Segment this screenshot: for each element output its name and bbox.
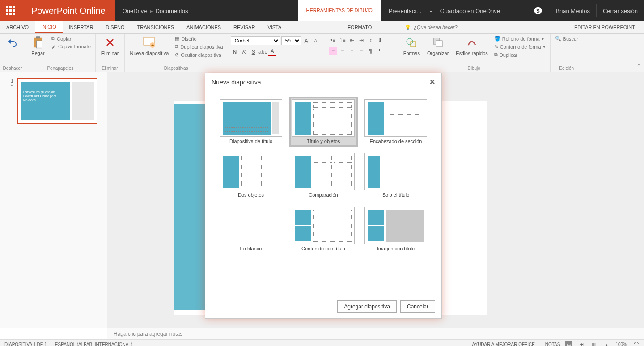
- font-size-select[interactable]: 59: [281, 36, 301, 45]
- align-text-button[interactable]: ⬍: [376, 36, 384, 44]
- layout-option-blank[interactable]: En blanco: [216, 204, 285, 254]
- layout-option-title-only[interactable]: Solo el título: [361, 150, 430, 200]
- group-label-paragraph: [329, 65, 395, 71]
- shape-outline-button[interactable]: ✎Contorno de forma ▾: [492, 43, 547, 50]
- text-direction-button[interactable]: ↕: [367, 36, 375, 44]
- numbering-button[interactable]: 1≡: [339, 36, 347, 44]
- layout-label: Solo el título: [382, 192, 410, 198]
- zoom-level[interactable]: 100%: [615, 342, 627, 346]
- layout-button[interactable]: ▦Diseño: [173, 35, 225, 42]
- shrink-font-button[interactable]: A: [312, 37, 320, 45]
- quick-styles-button[interactable]: Estilos rápidos: [453, 34, 491, 57]
- align-right-button[interactable]: ≡: [348, 47, 356, 55]
- ribbon: Deshacer Pegar ⧉Copiar 🖌Copiar formato P…: [0, 34, 644, 72]
- align-center-button[interactable]: ≡: [339, 47, 347, 55]
- increase-indent-button[interactable]: ⇥: [357, 36, 365, 44]
- notes-placeholder[interactable]: Haga clic para agregar notas: [114, 331, 182, 337]
- ribbon-tabs: ARCHIVO INICIO INSERTAR DISEÑO TRANSICIO…: [0, 21, 644, 34]
- rtl-button[interactable]: ¶: [367, 47, 375, 55]
- slide-thumbnail[interactable]: Esto es una prueba de PowerPoint Online …: [17, 78, 97, 124]
- strikethrough-button[interactable]: abc: [259, 48, 267, 56]
- tab-animations[interactable]: ANIMACIONES: [180, 21, 227, 33]
- edit-in-powerpoint-button[interactable]: EDITAR EN POWERPOINT: [565, 21, 644, 33]
- breadcrumb-item[interactable]: Documentos: [156, 8, 188, 14]
- svg-rect-5: [13, 9, 15, 12]
- sorter-view-button[interactable]: ⊞: [578, 341, 585, 346]
- dialog-body[interactable]: Diapositiva de título Título y objetos E…: [211, 91, 436, 295]
- language-status[interactable]: ESPAÑOL (ALFAB. INTERNACIONAL): [55, 342, 132, 346]
- layout-option-content-caption[interactable]: Contenido con título: [289, 204, 358, 254]
- layout-label: Imagen con título: [377, 246, 415, 251]
- notes-pane[interactable]: Haga clic para agregar notas: [107, 328, 644, 339]
- paste-button[interactable]: Pegar: [28, 34, 48, 57]
- shape-fill-button[interactable]: 🪣Relleno de forma ▾: [492, 35, 547, 42]
- font-family-select[interactable]: Corbel: [231, 36, 280, 45]
- app-launcher-icon[interactable]: [0, 0, 21, 21]
- undo-button[interactable]: [3, 34, 22, 51]
- tab-transitions[interactable]: TRANSICIONES: [131, 21, 181, 33]
- font-color-button[interactable]: A: [268, 48, 276, 56]
- layout-option-section-header[interactable]: Encabezado de sección: [361, 97, 430, 147]
- shapes-button[interactable]: Formas: [401, 34, 423, 57]
- grow-font-button[interactable]: A: [302, 37, 310, 45]
- collapse-ribbon-button[interactable]: ⌃: [636, 63, 641, 70]
- arrange-button[interactable]: Organizar: [424, 34, 451, 57]
- tab-format[interactable]: FORMATO: [341, 21, 378, 33]
- shape-fill-label: Relleno de forma: [502, 36, 540, 42]
- ltr-button[interactable]: ¶: [376, 47, 384, 55]
- layout-option-picture-caption[interactable]: Imagen con título: [361, 204, 430, 254]
- fit-to-window-button[interactable]: ⛶: [632, 341, 640, 346]
- align-left-button[interactable]: ≡: [329, 47, 337, 55]
- bold-button[interactable]: N: [231, 48, 239, 56]
- svg-text:S: S: [536, 8, 540, 13]
- duplicate-slide-button[interactable]: ⧉Duplicar diapositiva: [173, 43, 225, 50]
- cancel-button[interactable]: Cancelar: [400, 300, 435, 313]
- contextual-tab-drawing-tools[interactable]: HERRAMIENTAS DE DIBUJO: [298, 0, 381, 21]
- layout-option-title-content[interactable]: Título y objetos: [289, 97, 358, 147]
- close-icon[interactable]: ✕: [429, 78, 435, 86]
- format-painter-button[interactable]: 🖌Copiar formato: [50, 43, 93, 50]
- delete-button[interactable]: Eliminar: [98, 34, 122, 57]
- reading-view-button[interactable]: ▥: [590, 341, 597, 346]
- tab-view[interactable]: VISTA: [261, 21, 288, 33]
- find-label: Buscar: [563, 36, 578, 42]
- copy-icon: ⧉: [51, 36, 55, 42]
- shape-outline-label: Contorno de forma: [500, 44, 541, 50]
- notes-toggle-button[interactable]: ≐ NOTAS: [540, 342, 560, 346]
- tell-me-input[interactable]: [414, 25, 476, 30]
- normal-view-button[interactable]: ▭: [565, 341, 572, 346]
- title-bar: PowerPoint Online OneDrive ▸ Documentos …: [0, 0, 644, 21]
- user-name[interactable]: Brian Mentos: [549, 4, 596, 17]
- slide-panel[interactable]: 1 ✦ Esto es una prueba de PowerPoint Onl…: [0, 72, 107, 328]
- skype-icon[interactable]: S: [527, 0, 549, 21]
- hide-icon: ⊘: [175, 52, 179, 58]
- find-button[interactable]: 🔍Buscar: [553, 35, 580, 42]
- copy-button[interactable]: ⧉Copiar: [50, 35, 93, 42]
- tab-insert[interactable]: INSERTAR: [63, 21, 100, 33]
- decrease-indent-button[interactable]: ⇤: [348, 36, 356, 44]
- tab-file[interactable]: ARCHIVO: [0, 21, 35, 33]
- layout-option-title-slide[interactable]: Diapositiva de título: [216, 97, 285, 147]
- document-name[interactable]: Presentaci…: [389, 8, 422, 14]
- sign-out-button[interactable]: Cerrar sesión: [596, 4, 644, 17]
- tell-me-search[interactable]: 💡: [405, 21, 476, 33]
- duplicate-shape-button[interactable]: ⧉Duplicar: [492, 51, 547, 58]
- bullets-button[interactable]: •≡: [329, 36, 337, 44]
- layout-label: Título y objetos: [307, 139, 340, 144]
- hide-slide-button[interactable]: ⊘Ocultar diapositiva: [173, 51, 225, 58]
- tab-review[interactable]: REVISAR: [227, 21, 261, 33]
- breadcrumb[interactable]: OneDrive ▸ Documentos: [115, 0, 195, 21]
- layout-option-comparison[interactable]: Comparación: [289, 150, 358, 200]
- animation-icon: ✦: [6, 84, 13, 88]
- justify-button[interactable]: ≡: [357, 47, 365, 55]
- new-slide-button[interactable]: ✦ Nueva diapositiva: [127, 34, 172, 57]
- improve-office-button[interactable]: AYUDAR A MEJORAR OFFICE: [472, 342, 535, 346]
- layout-option-two-content[interactable]: Dos objetos: [216, 150, 285, 200]
- add-slide-button[interactable]: Agregar diapositiva: [337, 300, 397, 313]
- slideshow-view-button[interactable]: ⏵: [603, 341, 610, 346]
- tab-home[interactable]: INICIO: [35, 21, 63, 33]
- breadcrumb-item[interactable]: OneDrive: [123, 8, 147, 14]
- italic-button[interactable]: K: [240, 48, 248, 56]
- tab-design[interactable]: DISEÑO: [99, 21, 131, 33]
- underline-button[interactable]: S: [250, 48, 258, 56]
